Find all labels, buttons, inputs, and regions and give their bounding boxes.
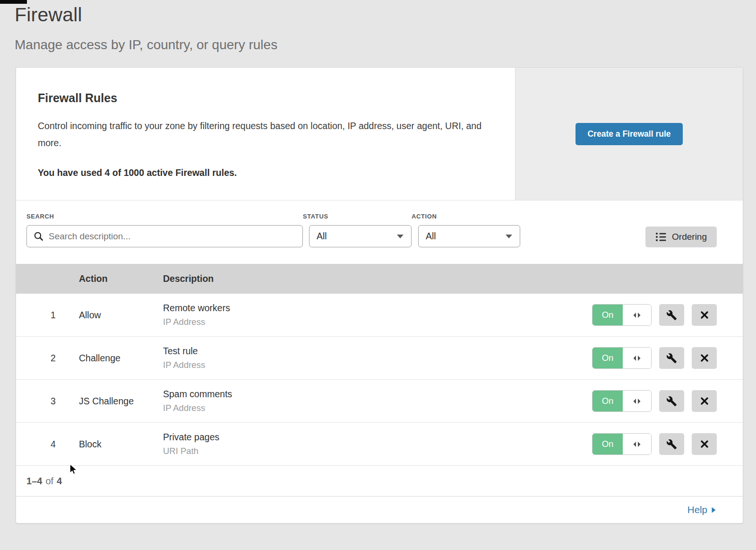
toggle-knob (623, 348, 651, 368)
page-title: Firewall (15, 4, 756, 26)
rule-enabled-toggle[interactable]: On (592, 347, 652, 369)
rule-action: Allow (79, 310, 163, 321)
rule-description: Spam comments IP Address (163, 389, 592, 413)
create-firewall-rule-button[interactable]: Create a Firewall rule (576, 123, 682, 145)
wrench-icon (666, 439, 677, 450)
close-icon (700, 396, 709, 406)
rule-description: Test rule IP Address (163, 346, 592, 370)
rule-description-title: Test rule (163, 346, 592, 357)
ordering-list-icon (655, 232, 667, 242)
rule-enabled-toggle[interactable]: On (592, 433, 652, 455)
search-box[interactable] (26, 225, 303, 247)
help-link[interactable]: Help (687, 504, 716, 515)
pagination-of: of (45, 476, 53, 487)
rule-enabled-toggle[interactable]: On (592, 304, 652, 326)
toggle-on-label: On (593, 434, 623, 454)
filters-bar: SEARCH STATUS All ACTION All (16, 201, 743, 264)
close-icon (700, 353, 709, 363)
rule-description-title: Remote workers (163, 303, 592, 314)
chevron-down-icon (397, 235, 404, 238)
page-header: Firewall Manage access by IP, country, o… (0, 0, 756, 52)
table-header: Action Description (16, 264, 743, 294)
rule-description: Private pages URI Path (163, 432, 592, 456)
page-subtitle: Manage access by IP, country, or query r… (15, 37, 756, 52)
rule-action: Challenge (79, 353, 163, 364)
status-select[interactable]: All (309, 225, 412, 247)
card-footer: Help (16, 497, 743, 523)
close-icon (700, 439, 709, 449)
rule-field-type: IP Address (163, 403, 592, 413)
toggle-on-label: On (593, 305, 623, 325)
screen-edge-artifact (0, 0, 27, 4)
action-filter: ACTION All (412, 213, 520, 247)
status-selected-value: All (317, 231, 327, 242)
action-select[interactable]: All (418, 225, 520, 247)
rule-description: Remote workers IP Address (163, 303, 592, 327)
action-selected-value: All (426, 231, 436, 242)
help-link-label: Help (687, 504, 707, 515)
firewall-rules-card: Firewall Rules Control incoming traffic … (16, 67, 743, 524)
column-header-description: Description (163, 273, 592, 284)
delete-rule-button[interactable] (692, 304, 717, 326)
delete-rule-button[interactable] (692, 347, 717, 369)
delete-rule-button[interactable] (692, 390, 717, 412)
table-row: 1 Allow Remote workers IP Address On (16, 294, 743, 337)
create-rule-panel: Create a Firewall rule (515, 68, 743, 200)
pagination: 1–4 of 4 (16, 466, 743, 497)
edit-rule-button[interactable] (659, 433, 684, 455)
wrench-icon (666, 396, 677, 407)
toggle-on-label: On (593, 391, 623, 411)
rule-field-type: IP Address (163, 317, 592, 327)
rule-action: JS Challenge (79, 396, 163, 407)
delete-rule-button[interactable] (692, 433, 717, 455)
chevron-down-icon (506, 235, 512, 238)
left-right-arrows-icon (632, 312, 642, 318)
rule-description-title: Private pages (163, 432, 592, 443)
wrench-icon (666, 353, 677, 364)
edit-rule-button[interactable] (659, 304, 684, 326)
toggle-knob (623, 434, 651, 454)
rule-controls: On (592, 347, 717, 369)
table-row: 2 Challenge Test rule IP Address On (16, 337, 743, 380)
left-right-arrows-icon (632, 441, 642, 447)
close-icon (700, 310, 709, 320)
rules-overview-text: Firewall Rules Control incoming traffic … (16, 68, 515, 200)
rule-controls: On (592, 304, 717, 326)
pagination-total: 4 (57, 476, 62, 487)
toggle-knob (623, 305, 651, 325)
status-filter: STATUS All (303, 213, 412, 247)
left-right-arrows-icon (632, 398, 642, 404)
edit-rule-button[interactable] (659, 390, 684, 412)
rules-heading: Firewall Rules (38, 91, 487, 105)
left-right-arrows-icon (632, 355, 642, 361)
rule-description-title: Spam comments (163, 389, 592, 400)
rules-usage-note: You have used 4 of 1000 active Firewall … (38, 167, 487, 178)
search-icon (34, 231, 44, 242)
rule-priority: 1 (16, 310, 79, 321)
rule-priority: 4 (16, 439, 79, 450)
pagination-range: 1–4 (26, 476, 42, 487)
rule-enabled-toggle[interactable]: On (592, 390, 652, 412)
ordering-button-label: Ordering (672, 232, 707, 242)
rule-priority: 3 (16, 396, 79, 407)
rule-field-type: URI Path (163, 446, 592, 456)
wrench-icon (666, 310, 677, 321)
search-label: SEARCH (26, 213, 303, 220)
rule-action: Block (79, 439, 163, 450)
rules-overview-section: Firewall Rules Control incoming traffic … (16, 68, 743, 201)
ordering-button[interactable]: Ordering (645, 227, 717, 247)
search-filter: SEARCH (26, 213, 303, 247)
search-input[interactable] (49, 231, 296, 242)
table-row: 3 JS Challenge Spam comments IP Address … (16, 380, 743, 423)
rule-controls: On (592, 390, 717, 412)
table-row: 4 Block Private pages URI Path On (16, 423, 743, 466)
rules-description: Control incoming traffic to your zone by… (38, 117, 487, 151)
edit-rule-button[interactable] (659, 347, 684, 369)
chevron-right-icon (712, 507, 716, 513)
column-header-action: Action (79, 273, 163, 284)
rule-priority: 2 (16, 353, 79, 364)
status-label: STATUS (303, 213, 412, 220)
toggle-on-label: On (593, 348, 623, 368)
toggle-knob (623, 391, 651, 411)
rule-field-type: IP Address (163, 360, 592, 370)
